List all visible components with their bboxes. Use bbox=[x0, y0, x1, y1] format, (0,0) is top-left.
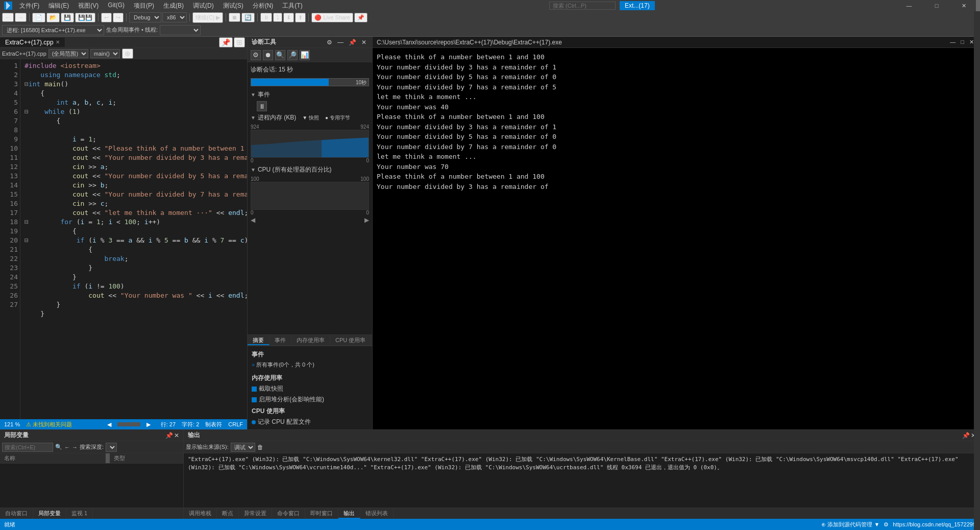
output-tab-output[interactable]: 输出 bbox=[338, 508, 360, 519]
toolbar-extra[interactable]: 📌 bbox=[354, 13, 368, 22]
menu-tools[interactable]: 工具(T) bbox=[278, 1, 306, 11]
search-icon[interactable]: 🔍 bbox=[55, 444, 62, 450]
cpu-record-item[interactable]: 记录 CPU 配置文件 bbox=[252, 417, 368, 427]
split-button[interactable]: ⊞ bbox=[234, 37, 245, 47]
thread-select[interactable] bbox=[160, 25, 201, 35]
diag-zoom-button[interactable]: 🔎 bbox=[287, 50, 298, 60]
output-tab-exceptions[interactable]: 异常设置 bbox=[239, 508, 272, 519]
toolbar-new[interactable]: 📄 bbox=[32, 13, 45, 22]
toolbar-restart[interactable]: 🔄 bbox=[241, 13, 255, 22]
menu-project[interactable]: 项目(P) bbox=[130, 1, 158, 11]
minimize-button[interactable]: — bbox=[897, 0, 921, 11]
events-section[interactable]: ▼ 事件 bbox=[251, 90, 369, 99]
toolbar-step-over[interactable]: ⤵ bbox=[273, 13, 282, 22]
diag-scroll-right[interactable]: ▶ bbox=[364, 216, 369, 224]
diag-tab-events[interactable]: 事件 bbox=[270, 335, 291, 345]
maximize-button[interactable]: □ bbox=[925, 0, 948, 11]
add-member-button[interactable]: ⊕ bbox=[122, 49, 133, 59]
diag-chart-button[interactable]: 📊 bbox=[300, 50, 310, 60]
menu-view[interactable]: 视图(V) bbox=[74, 1, 103, 11]
locals-tab-auto[interactable]: 自动窗口 bbox=[0, 508, 33, 519]
diag-settings-button[interactable]: ⚙ bbox=[251, 50, 261, 60]
menu-git[interactable]: Git(G) bbox=[104, 1, 129, 11]
diag-minimize-icon[interactable]: — bbox=[336, 39, 345, 46]
snapshot-item[interactable]: 截取快照 bbox=[252, 383, 368, 394]
menu-edit[interactable]: 编辑(E) bbox=[44, 1, 73, 11]
menu-build[interactable]: 生成(B) bbox=[159, 1, 188, 11]
locals-tab-locals[interactable]: 局部变量 bbox=[33, 508, 66, 519]
toolbar-stop[interactable]: ⏹ bbox=[229, 13, 240, 22]
tab-close-icon[interactable]: ✕ bbox=[56, 39, 60, 45]
output-tab-breakpoints[interactable]: 断点 bbox=[217, 508, 239, 519]
console-maximize[interactable]: □ bbox=[959, 39, 966, 45]
diag-close-icon[interactable]: ✕ bbox=[360, 39, 368, 46]
toolbar-step-out[interactable]: ⬆ bbox=[295, 13, 306, 22]
scroll-left[interactable]: ◀ bbox=[107, 421, 111, 428]
toolbar-saveall[interactable]: 💾💾 bbox=[75, 13, 95, 22]
toolbar-step-into[interactable]: ⬇ bbox=[283, 13, 294, 22]
locals-search-input[interactable] bbox=[2, 443, 53, 452]
fast-snapshot[interactable]: ▼ 快照 bbox=[302, 114, 319, 122]
locals-tab-watch1[interactable]: 监视 1 bbox=[66, 508, 93, 519]
output-clear-icon[interactable]: 🗑 bbox=[257, 444, 263, 451]
locals-pin-icon[interactable]: 📌 bbox=[165, 432, 173, 439]
heap-item[interactable]: 启用堆分析(会影响性能) bbox=[252, 394, 368, 405]
diag-tab-summary[interactable]: 摘要 bbox=[248, 335, 270, 345]
toolbar-forward[interactable]: → bbox=[15, 13, 27, 22]
pin-button[interactable]: 📌 bbox=[219, 37, 233, 47]
output-source-select[interactable]: 调试 bbox=[231, 443, 255, 452]
cpu-section[interactable]: ▼ CPU (所有处理器的百分比) bbox=[251, 165, 369, 174]
continue-button[interactable]: 继续(C) ▶ bbox=[192, 12, 223, 23]
diag-toolbar: ⚙ ⏺ 🔍 🔎 📊 bbox=[248, 48, 372, 62]
platform-select[interactable]: x86 bbox=[162, 12, 187, 22]
debug-config-select[interactable]: Debug bbox=[129, 12, 161, 22]
console-content[interactable]: Please think of a number between 1 and 1… bbox=[373, 48, 980, 429]
toolbar-save[interactable]: 💾 bbox=[61, 13, 74, 22]
memory-section[interactable]: ▼ 进程内存 (KB) ▼ 快照 ● 专用字节 bbox=[251, 113, 369, 122]
settings-gear-icon[interactable]: ⚙ bbox=[884, 521, 889, 528]
col-resizer[interactable] bbox=[106, 453, 110, 463]
output-tab-command[interactable]: 命令窗口 bbox=[272, 508, 305, 519]
console-minimize[interactable]: — bbox=[948, 39, 958, 45]
output-tab-immediate[interactable]: 即时窗口 bbox=[305, 508, 338, 519]
scope-dropdown[interactable]: (全局范围) bbox=[48, 49, 88, 58]
close-button[interactable]: ✕ bbox=[952, 0, 976, 11]
scroll-right[interactable]: ▶ bbox=[146, 421, 151, 428]
code-content[interactable]: #include <iostream> using namespace std;… bbox=[20, 59, 247, 419]
nav-back-icon[interactable]: ← bbox=[64, 444, 70, 450]
output-tab-callstack[interactable]: 调用堆栈 bbox=[184, 508, 217, 519]
menu-debug[interactable]: 调试(D) bbox=[189, 1, 218, 11]
diag-settings-icon[interactable]: ⚙ bbox=[325, 39, 334, 46]
event-pause-button[interactable]: ⏸ bbox=[257, 101, 267, 111]
diag-tab-cpu[interactable]: CPU 使用率 bbox=[330, 335, 371, 345]
diag-record-button[interactable]: ⏺ bbox=[263, 50, 273, 60]
diag-pin-icon[interactable]: 📌 bbox=[347, 39, 358, 46]
console-scrollbar[interactable] bbox=[974, 37, 980, 429]
toolbar-open[interactable]: 📂 bbox=[46, 13, 60, 22]
title-tab[interactable]: Ext...(17) bbox=[620, 1, 655, 10]
nav-forward-icon[interactable]: → bbox=[72, 444, 78, 450]
title-search-input[interactable] bbox=[549, 2, 616, 10]
toolbar-back[interactable]: ← bbox=[2, 13, 14, 22]
locals-close-icon[interactable]: ✕ bbox=[174, 432, 179, 439]
editor-tab-file[interactable]: ExtraC++(17).cpp ✕ bbox=[0, 38, 65, 47]
csdn-link[interactable]: https://blog.csdn.net/qq_1572299 bbox=[893, 521, 976, 527]
output-pin-icon[interactable]: 📌 bbox=[962, 432, 970, 439]
menu-file[interactable]: 文件(F) bbox=[15, 1, 43, 11]
toolbar-pause[interactable]: ⏸ bbox=[260, 13, 272, 22]
process-select[interactable]: 进程: [16580] ExtraC++(17).exe bbox=[2, 25, 104, 35]
menu-analyze[interactable]: 分析(N) bbox=[249, 1, 278, 11]
menu-test[interactable]: 测试(S) bbox=[219, 1, 248, 11]
toolbar-redo[interactable]: ↪ bbox=[113, 13, 124, 22]
scroll-bar-h[interactable] bbox=[117, 422, 140, 426]
toolbar-undo[interactable]: ↩ bbox=[101, 13, 112, 22]
live-share-button[interactable]: 🔴 Live Share bbox=[311, 13, 353, 22]
diag-tab-memory[interactable]: 内存使用率 bbox=[291, 335, 330, 345]
function-dropdown[interactable]: main() bbox=[90, 49, 120, 58]
diag-search-button[interactable]: 🔍 bbox=[275, 50, 285, 60]
editor-panel: ExtraC++(17).cpp ✕ 📌 ⊞ ExtraC++(17).cpp … bbox=[0, 37, 248, 429]
search-depth-select[interactable] bbox=[106, 443, 117, 452]
add-source-button[interactable]: ⊕ 添加到源代码管理 ▼ bbox=[821, 521, 879, 528]
diag-scroll-left[interactable]: ◀ bbox=[251, 216, 255, 224]
output-tab-errorlist[interactable]: 错误列表 bbox=[360, 508, 394, 519]
